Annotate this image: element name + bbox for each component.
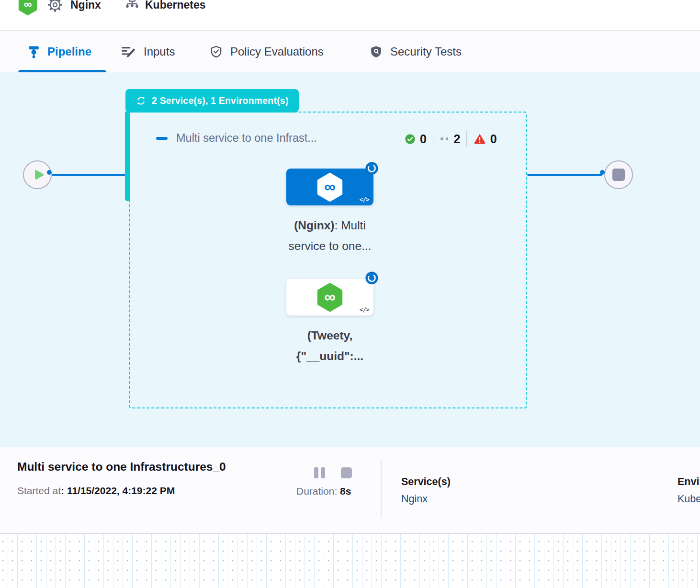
stage-services-badge[interactable]: 2 Service(s), 1 Environment(s) xyxy=(125,89,299,113)
started-at: Started at: 11/15/2022, 4:19:22 PM xyxy=(17,485,175,497)
count-divider xyxy=(433,131,434,147)
harness-logo-icon: ∞ xyxy=(18,0,37,15)
start-node xyxy=(23,160,52,189)
duration: Duration: 8s xyxy=(296,486,351,497)
top-header: ∞ Nginx Kubernetes xyxy=(0,0,700,31)
execution-title: Multi service to one Infrastructures_0 xyxy=(17,460,226,474)
stop-icon xyxy=(612,169,625,181)
tab-inputs-label: Inputs xyxy=(144,45,175,58)
canvas-grid xyxy=(0,533,700,588)
harness-service-icon: ∞ xyxy=(316,283,344,312)
service-link-nginx[interactable]: Nginx xyxy=(401,493,428,505)
success-count: 0 xyxy=(420,132,427,146)
connector-dot-end xyxy=(600,170,605,175)
stage-badge-label: 2 Service(s), 1 Environment(s) xyxy=(152,95,289,106)
pause-button[interactable] xyxy=(314,467,325,478)
node-tweety[interactable]: ∞ </> xyxy=(286,279,373,316)
running-dots-icon xyxy=(440,137,448,140)
connector-dot-start xyxy=(47,170,52,175)
code-icon: </> xyxy=(360,306,369,313)
node-nginx-label: (Nginx): Multi service to one... xyxy=(258,215,402,256)
node-nginx[interactable]: ∞ </> xyxy=(286,169,373,205)
started-at-value: : 11/15/2022, 4:19:22 PM xyxy=(61,485,175,496)
header-environment-name: Kubernetes xyxy=(145,0,206,13)
failed-count: 0 xyxy=(490,132,497,146)
kubernetes-icon xyxy=(124,0,140,12)
stage-accent-bar xyxy=(125,112,130,201)
end-node xyxy=(604,160,633,189)
pipeline-icon xyxy=(28,45,40,58)
footer-divider xyxy=(381,459,382,518)
running-status-badge xyxy=(365,271,378,284)
tab-policy-evaluations-label: Policy Evaluations xyxy=(230,45,324,58)
started-at-label: Started at xyxy=(17,485,61,496)
inputs-icon xyxy=(121,45,136,58)
app-root: ∞ Nginx Kubernetes xyxy=(0,0,700,588)
environments-label: Environment(s) xyxy=(677,476,700,488)
stage-title: Multi service to one Infrast... xyxy=(176,132,317,145)
tab-inputs[interactable]: Inputs xyxy=(121,31,175,72)
execution-info-bar: Multi service to one Infrastructures_0 S… xyxy=(0,447,700,533)
shield-check-icon xyxy=(210,45,223,58)
play-icon xyxy=(33,169,45,181)
running-count: 2 xyxy=(453,132,460,146)
tab-pipeline-label: Pipeline xyxy=(47,45,91,58)
success-check-icon xyxy=(405,134,416,145)
edge-stage-to-end xyxy=(527,174,602,176)
edge-start-to-stage xyxy=(52,174,127,176)
tab-security-tests[interactable]: Security Tests xyxy=(370,31,462,72)
code-icon: </> xyxy=(360,196,369,203)
harness-service-icon: ∞ xyxy=(316,173,344,202)
services-label: Service(s) xyxy=(401,476,451,488)
tab-security-tests-label: Security Tests xyxy=(390,45,462,58)
stop-button[interactable] xyxy=(341,467,352,478)
tab-policy-evaluations[interactable]: Policy Evaluations xyxy=(210,31,324,72)
failed-warning-icon xyxy=(474,133,486,145)
duration-label: Duration: xyxy=(296,486,340,497)
stage-status-counts: 0 2 0 xyxy=(405,130,497,148)
collapse-stage-button[interactable] xyxy=(156,137,168,140)
duration-value: 8s xyxy=(340,486,351,497)
running-status-badge xyxy=(365,162,378,175)
refresh-icon xyxy=(135,95,147,106)
pipeline-canvas: 2 Service(s), 1 Environment(s) Multi ser… xyxy=(0,72,700,447)
node-tweety-label: (Tweety, {"__uuid":... xyxy=(258,326,402,366)
tab-bar: Pipeline Inputs Policy Evaluations xyxy=(0,31,700,72)
count-divider xyxy=(466,131,467,147)
active-tab-indicator xyxy=(18,70,106,72)
gear-icon xyxy=(47,0,63,13)
tab-pipeline[interactable]: Pipeline xyxy=(28,31,91,72)
shield-scan-icon xyxy=(370,45,383,58)
environment-link-kubernetes[interactable]: Kubernetes xyxy=(677,493,700,505)
header-service-name: Nginx xyxy=(70,0,101,13)
